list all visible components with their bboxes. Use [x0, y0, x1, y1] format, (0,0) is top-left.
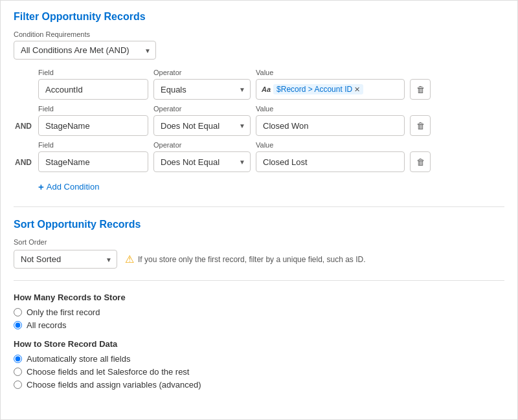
delete-button-3[interactable]: 🗑	[410, 151, 431, 172]
condition-requirements-wrapper: All Conditions Are Met (AND) Any Conditi…	[14, 41, 156, 60]
operator-group-1: Operator Equals Does Not Equal ▼	[153, 69, 251, 100]
auto-store-item[interactable]: Automatically store all fields	[14, 354, 504, 364]
and-label-2: AND	[14, 122, 33, 136]
value-label-3: Value	[256, 141, 405, 149]
token-aa-icon-1: Aa	[262, 85, 271, 93]
filter-section-title: Filter Opportunity Records	[14, 11, 504, 23]
sort-section: Sort Opportunity Records Sort Order Not …	[14, 219, 504, 269]
how-to-store-radio-group: Automatically store all fields Choose fi…	[14, 354, 504, 390]
how-many-radio-group: Only the first record All records	[14, 307, 504, 330]
value-group-3: Value	[256, 141, 405, 172]
field-input-2[interactable]	[38, 115, 148, 136]
field-input-3[interactable]	[38, 151, 148, 172]
choose-fields-salesforce-radio[interactable]	[14, 368, 22, 376]
trash-icon-1: 🗑	[416, 85, 425, 94]
how-many-records-section: How Many Records to Store Only the first…	[14, 293, 504, 330]
trash-icon-2: 🗑	[416, 121, 425, 131]
all-records-item[interactable]: All records	[14, 320, 504, 330]
choose-fields-advanced-item[interactable]: Choose fields and assign variables (adva…	[14, 380, 504, 390]
value-group-2: Value	[256, 105, 405, 136]
sort-order-wrapper: Not Sorted Ascending Descending ▼	[14, 250, 117, 269]
only-first-record-label: Only the first record	[27, 307, 100, 317]
operator-label-1: Operator	[153, 69, 251, 76]
warning-text: If you store only the first record, filt…	[138, 255, 366, 264]
choose-fields-salesforce-item[interactable]: Choose fields and let Salesforce do the …	[14, 367, 504, 377]
value-token-input-1[interactable]: Aa $Record > Account ID ✕	[256, 79, 405, 100]
value-input-2[interactable]	[256, 115, 405, 136]
condition-requirements: Condition Requirements All Conditions Ar…	[14, 30, 504, 60]
sort-section-title: Sort Opportunity Records	[14, 219, 504, 230]
value-label-1: Value	[256, 69, 405, 76]
delete-button-1[interactable]: 🗑	[410, 79, 431, 100]
add-condition-label: Add Condition	[47, 182, 100, 192]
value-input-3[interactable]	[256, 151, 405, 172]
how-many-records-title: How Many Records to Store	[14, 293, 504, 302]
auto-store-label: Automatically store all fields	[27, 354, 130, 364]
field-group-3: Field	[38, 141, 148, 172]
condition-requirements-select[interactable]: All Conditions Are Met (AND) Any Conditi…	[14, 41, 156, 60]
operator-label-2: Operator	[153, 105, 251, 113]
value-group-1: Value Aa $Record > Account ID ✕	[256, 69, 405, 100]
choose-fields-advanced-label: Choose fields and assign variables (adva…	[27, 380, 201, 390]
operator-wrapper-2: Equals Does Not Equal ▼	[153, 115, 251, 136]
choose-fields-advanced-radio[interactable]	[14, 381, 22, 389]
operator-select-3[interactable]: Equals Does Not Equal	[153, 151, 251, 172]
filter-section: Filter Opportunity Records Condition Req…	[14, 11, 504, 195]
all-records-label: All records	[27, 320, 66, 330]
condition-row-3: AND Field Operator Equals Does Not Equal…	[14, 141, 504, 172]
choose-fields-salesforce-label: Choose fields and let Salesforce do the …	[27, 367, 189, 377]
trash-icon-3: 🗑	[416, 157, 425, 167]
how-to-store-title: How to Store Record Data	[14, 339, 504, 349]
operator-wrapper-1: Equals Does Not Equal ▼	[153, 79, 251, 100]
divider-2	[14, 280, 504, 281]
field-label-1: Field	[38, 69, 148, 76]
warning-icon: ⚠	[125, 253, 134, 265]
only-first-record-radio[interactable]	[14, 308, 22, 316]
condition-row-1: Field Operator Equals Does Not Equal ▼ V…	[38, 69, 504, 100]
sort-order-label: Sort Order	[14, 238, 504, 246]
operator-group-3: Operator Equals Does Not Equal ▼	[153, 141, 251, 172]
token-label-1: $Record > Account ID ✕	[273, 84, 363, 94]
operator-label-3: Operator	[153, 141, 251, 149]
divider-1	[14, 206, 504, 207]
token-close-1[interactable]: ✕	[354, 85, 360, 94]
operator-select-2[interactable]: Equals Does Not Equal	[153, 115, 251, 136]
condition-row-2: AND Field Operator Equals Does Not Equal…	[14, 105, 504, 136]
field-group-1: Field	[38, 69, 148, 100]
field-group-2: Field	[38, 105, 148, 136]
operator-group-2: Operator Equals Does Not Equal ▼	[153, 105, 251, 136]
auto-store-radio[interactable]	[14, 355, 22, 363]
only-first-record-item[interactable]: Only the first record	[14, 307, 504, 317]
add-condition-button[interactable]: + Add Condition	[38, 179, 99, 195]
operator-select-1[interactable]: Equals Does Not Equal	[153, 79, 251, 100]
field-label-2: Field	[38, 105, 148, 113]
sort-order-select[interactable]: Not Sorted Ascending Descending	[14, 250, 117, 269]
value-label-2: Value	[256, 105, 405, 113]
field-label-3: Field	[38, 141, 148, 149]
main-container: Filter Opportunity Records Condition Req…	[0, 0, 518, 420]
how-to-store-section: How to Store Record Data Automatically s…	[14, 339, 504, 390]
delete-button-2[interactable]: 🗑	[410, 115, 431, 136]
condition-requirements-label: Condition Requirements	[14, 30, 504, 38]
operator-wrapper-3: Equals Does Not Equal ▼	[153, 151, 251, 172]
add-plus-icon: +	[38, 181, 44, 192]
sort-order-row: Not Sorted Ascending Descending ▼ ⚠ If y…	[14, 250, 504, 269]
all-records-radio[interactable]	[14, 321, 22, 329]
field-input-1[interactable]	[38, 79, 148, 100]
conditions-area: Field Operator Equals Does Not Equal ▼ V…	[14, 69, 504, 172]
and-label-3: AND	[14, 158, 33, 172]
warning-box: ⚠ If you store only the first record, fi…	[125, 253, 366, 265]
